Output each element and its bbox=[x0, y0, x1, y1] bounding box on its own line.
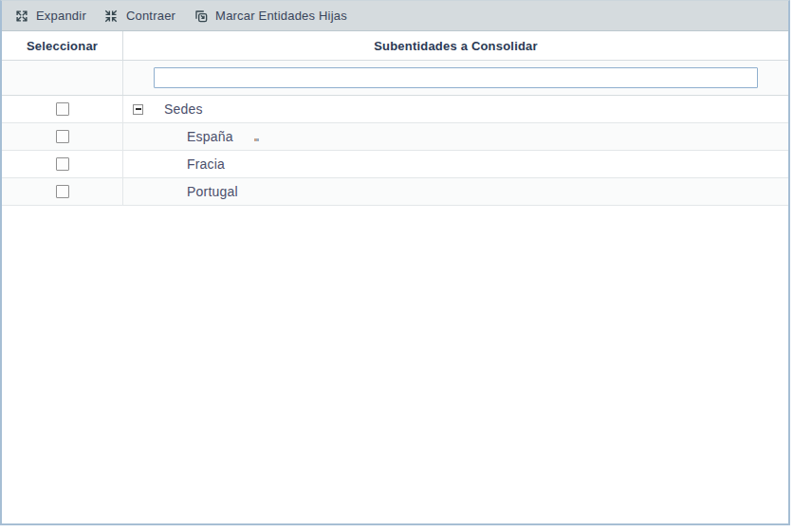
table-row: Fracia bbox=[2, 151, 788, 178]
collapse-button-label: Contraer bbox=[126, 9, 175, 22]
table-row: Portugal bbox=[2, 178, 788, 206]
expand-button[interactable]: Expandir bbox=[8, 5, 96, 27]
row-label: Fracia bbox=[187, 156, 225, 172]
row-tree-cell: Fracia bbox=[123, 151, 788, 177]
row-select-cell bbox=[2, 178, 123, 205]
collapse-toggle-icon[interactable] bbox=[133, 104, 143, 115]
table-header-row: Seleccionar Subentidades a Consolidar bbox=[2, 31, 788, 61]
toolbar: Expandir Contraer Marcar bbox=[2, 1, 788, 31]
row-checkbox[interactable] bbox=[56, 102, 69, 116]
column-header-subentidades: Subentidades a Consolidar bbox=[123, 31, 788, 60]
mark-children-button[interactable]: Marcar Entidades Hijas bbox=[187, 5, 357, 27]
row-select-cell bbox=[2, 123, 123, 150]
collapse-button[interactable]: Contraer bbox=[98, 5, 185, 27]
table-row: España bbox=[2, 123, 788, 151]
mark-children-button-label: Marcar Entidades Hijas bbox=[215, 9, 347, 22]
row-tree-cell: Sedes bbox=[123, 96, 788, 122]
row-checkbox[interactable] bbox=[56, 130, 69, 143]
row-tree-cell: España bbox=[123, 123, 788, 150]
row-label: España bbox=[187, 129, 233, 144]
mark-children-icon bbox=[193, 8, 209, 24]
row-checkbox[interactable] bbox=[56, 185, 69, 198]
cursor-artifact bbox=[254, 138, 259, 141]
column-header-seleccionar: Seleccionar bbox=[2, 31, 123, 60]
row-label: Sedes bbox=[164, 101, 203, 117]
row-label: Portugal bbox=[187, 184, 238, 199]
collapse-icon bbox=[103, 8, 120, 24]
table-row: Sedes bbox=[2, 96, 788, 123]
expand-button-label: Expandir bbox=[36, 9, 86, 22]
row-select-cell bbox=[2, 151, 123, 177]
expand-icon bbox=[13, 8, 29, 24]
filter-row-tree-cell bbox=[123, 61, 788, 95]
subentities-panel: Expandir Contraer Marcar bbox=[0, 0, 790, 525]
minus-glyph bbox=[136, 108, 141, 110]
filter-row-select-cell bbox=[2, 61, 123, 95]
filter-input[interactable] bbox=[154, 67, 759, 88]
filter-row bbox=[2, 61, 788, 96]
row-checkbox[interactable] bbox=[56, 157, 69, 171]
row-select-cell bbox=[2, 96, 123, 122]
row-tree-cell: Portugal bbox=[123, 178, 788, 205]
empty-area bbox=[2, 206, 788, 523]
